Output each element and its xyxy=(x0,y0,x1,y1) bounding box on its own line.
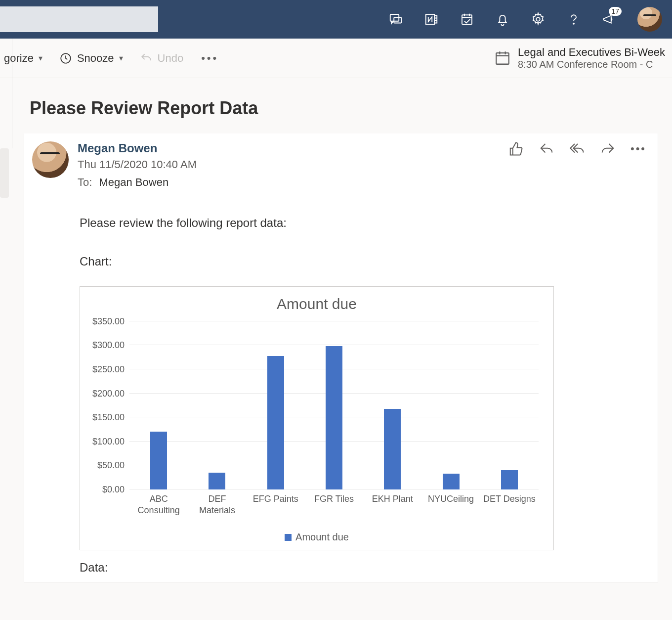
reading-pane-splitter[interactable] xyxy=(0,148,9,198)
app-header: 17 xyxy=(0,0,672,39)
chart-x-tick: NYUCeiling xyxy=(421,493,480,517)
legend-text: Amount due xyxy=(295,531,349,542)
chart-y-tick: $150.00 xyxy=(92,412,129,423)
chart-y-tick: $300.00 xyxy=(92,340,129,351)
more-actions-button[interactable]: ••• xyxy=(196,52,223,65)
chart-x-tick: DET Designs xyxy=(480,493,539,517)
announcements-icon[interactable]: 17 xyxy=(602,12,617,27)
message-card: Megan Bowen Thu 11/5/2020 10:40 AM To: M… xyxy=(24,133,658,582)
chart-bar xyxy=(384,409,401,489)
message-header: Megan Bowen Thu 11/5/2020 10:40 AM To: M… xyxy=(32,141,646,189)
upcoming-event[interactable]: Legal and Executives Bi-Week 8:30 AM Con… xyxy=(494,46,665,70)
event-subtitle: 8:30 AM Conference Room - C xyxy=(518,59,665,70)
body-chart-label: Chart: xyxy=(80,252,646,271)
chart-bar-column xyxy=(305,321,363,489)
undo-icon xyxy=(140,52,153,65)
svg-rect-7 xyxy=(496,53,509,65)
message-toolbar: gorize ▾ Snooze ▾ Undo ••• Legal and Exe… xyxy=(0,39,672,78)
search-input[interactable] xyxy=(0,6,158,32)
chat-icon[interactable] xyxy=(388,12,403,27)
svg-point-5 xyxy=(573,23,574,24)
categorize-button[interactable]: gorize ▾ xyxy=(0,49,46,68)
sent-date: Thu 11/5/2020 10:40 AM xyxy=(78,158,500,171)
chart-title: Amount due xyxy=(85,296,548,312)
event-title: Legal and Executives Bi-Week xyxy=(518,46,665,59)
message-body: Please review the following report data:… xyxy=(80,214,646,271)
calendar-icon xyxy=(494,49,511,66)
chart-x-tick: FGR Tiles xyxy=(305,493,363,517)
chart-x-tick: EFG Paints xyxy=(247,493,305,517)
chart-x-tick: ABCConsulting xyxy=(129,493,188,517)
forward-button[interactable] xyxy=(600,141,615,156)
body-data-label: Data: xyxy=(80,558,646,577)
chart-bar-column xyxy=(188,321,246,489)
undo-button[interactable]: Undo xyxy=(136,49,188,68)
chevron-down-icon: ▾ xyxy=(39,53,42,63)
reading-pane: Please Review Report Data Megan Bowen Th… xyxy=(0,78,672,582)
snooze-button[interactable]: Snooze ▾ xyxy=(55,49,127,68)
chart-bar xyxy=(150,432,167,489)
chart-x-tick: DEFMaterials xyxy=(188,493,246,517)
reply-button[interactable] xyxy=(539,141,554,156)
categorize-label: gorize xyxy=(4,52,34,65)
chart-x-axis: ABCConsultingDEFMaterialsEFG PaintsFGR T… xyxy=(129,493,539,517)
chart-legend: Amount due xyxy=(85,531,548,543)
chart-y-tick: $250.00 xyxy=(92,364,129,374)
like-button[interactable] xyxy=(508,141,523,156)
profile-avatar[interactable] xyxy=(637,7,662,32)
todo-icon[interactable] xyxy=(460,12,474,27)
message-actions: ••• xyxy=(508,141,646,156)
message-subject: Please Review Report Data xyxy=(30,98,658,119)
chart-bars xyxy=(129,321,539,489)
chart-y-tick: $200.00 xyxy=(92,388,129,399)
legend-swatch xyxy=(285,534,292,541)
chart-y-tick: $350.00 xyxy=(92,316,129,326)
chart-bar-column xyxy=(421,321,480,489)
pane-divider xyxy=(12,39,12,148)
svg-rect-1 xyxy=(394,17,401,23)
undo-label: Undo xyxy=(158,52,184,65)
sender-name[interactable]: Megan Bowen xyxy=(78,141,500,155)
chart-bar-column xyxy=(363,321,421,489)
to-value: Megan Bowen xyxy=(99,176,168,188)
chart-bar xyxy=(326,346,342,489)
settings-icon[interactable] xyxy=(531,12,546,27)
more-message-actions[interactable]: ••• xyxy=(631,141,646,156)
snooze-label: Snooze xyxy=(77,52,114,65)
chart-bar-column xyxy=(480,321,539,489)
chart-bar xyxy=(501,470,518,489)
clock-icon xyxy=(59,52,72,65)
onenote-icon[interactable] xyxy=(424,12,439,27)
chart-y-tick: $50.00 xyxy=(97,460,129,471)
chart-bar xyxy=(209,473,225,489)
help-icon[interactable] xyxy=(566,12,581,27)
message-body-continued: Data: xyxy=(80,558,646,577)
notification-badge: 17 xyxy=(609,7,622,16)
sender-avatar[interactable] xyxy=(32,141,69,178)
chart-y-tick: $100.00 xyxy=(92,436,129,446)
chart-x-tick: EKH Plant xyxy=(363,493,421,517)
notifications-icon[interactable] xyxy=(495,12,510,27)
svg-point-4 xyxy=(536,17,540,21)
chevron-down-icon: ▾ xyxy=(119,53,123,63)
reply-all-button[interactable] xyxy=(570,141,585,156)
chart-bar-column xyxy=(129,321,188,489)
chart-bar-column xyxy=(247,321,305,489)
header-actions: 17 xyxy=(388,7,662,32)
chart-bar xyxy=(267,356,284,489)
body-intro: Please review the following report data: xyxy=(80,214,646,232)
chart-container: Amount due $0.00$50.00$100.00$150.00$200… xyxy=(80,286,554,550)
chart-y-tick: $0.00 xyxy=(102,484,129,494)
chart-bar xyxy=(443,474,460,489)
to-label: To: xyxy=(78,176,92,188)
recipients-line: To: Megan Bowen xyxy=(78,176,500,189)
chart-plot-area: $0.00$50.00$100.00$150.00$200.00$250.00$… xyxy=(129,321,539,489)
